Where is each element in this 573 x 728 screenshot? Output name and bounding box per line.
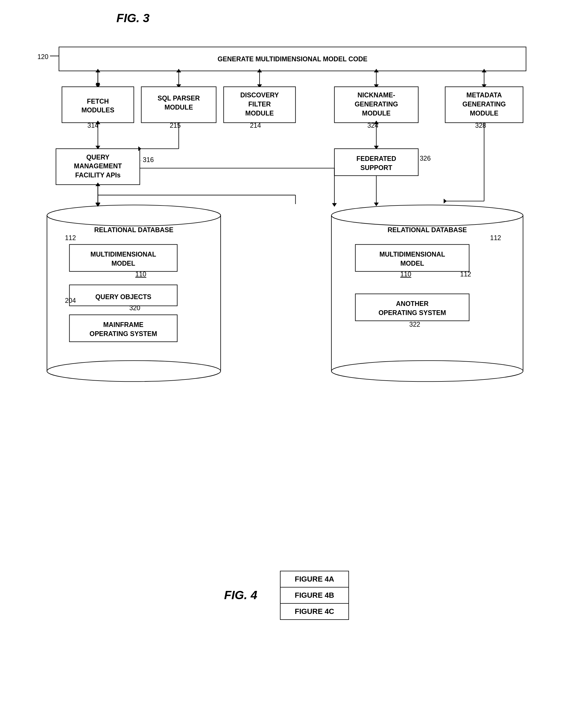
fig4-cell-b: FIGURE 4B: [280, 587, 349, 603]
right-reldb-label: RELATIONAL DATABASE: [387, 226, 467, 234]
right-mdm-label2: MODEL: [400, 260, 424, 267]
svg-point-43: [47, 361, 221, 382]
left-mdm-label2: MODEL: [111, 260, 135, 267]
svg-marker-40: [444, 199, 447, 204]
left-reldb-label: RELATIONAL DATABASE: [94, 226, 173, 234]
fig4-section: FIG. 4 FIGURE 4A FIGURE 4B FIGURE 4C: [224, 571, 349, 620]
svg-point-42: [47, 205, 221, 226]
fetch-modules-label: FETCH: [87, 98, 109, 105]
federated-support-label2: SUPPORT: [360, 164, 392, 171]
sql-parser-label2: MODULE: [164, 104, 193, 111]
fig4-title: FIG. 4: [224, 589, 257, 602]
metadata-gen-label2: GENERATING: [462, 101, 506, 108]
left-queryobj-label: QUERY OBJECTS: [95, 293, 151, 300]
sql-parser-label: SQL PARSER: [158, 95, 200, 102]
svg-marker-52: [332, 203, 337, 207]
ref-120: 120: [38, 53, 49, 60]
fetch-modules-label2: MODULES: [82, 106, 114, 114]
fig4-row-b: FIGURE 4B: [280, 587, 349, 603]
fig4-row-c: FIGURE 4C: [280, 603, 349, 620]
qmf-label: QUERY: [86, 154, 110, 161]
qmf-label2: MANAGEMENT: [74, 162, 122, 170]
fig4-row-a: FIGURE 4A: [280, 571, 349, 587]
left-mainframe-label: MAINFRAME: [103, 321, 143, 328]
discovery-filter-label2: FILTER: [248, 101, 271, 108]
ref-326: 326: [420, 155, 431, 162]
svg-point-45: [331, 205, 523, 226]
federated-support-label: FEDERATED: [356, 155, 396, 162]
qmf-label3: FACILITY APIs: [75, 171, 121, 179]
ref-214: 214: [250, 122, 261, 129]
nickname-gen-label3: MODULE: [362, 110, 390, 117]
right-322-ref: 322: [409, 321, 420, 328]
fig3-diagram: 120 GENERATE MULTIDIMENSIONAL MODEL CODE: [17, 34, 556, 542]
left-mainframe-label2: OPERATING SYSTEM: [90, 330, 157, 337]
right-anotheros-label2: OPERATING SYSTEM: [378, 309, 446, 317]
fig4-cell-a: FIGURE 4A: [280, 571, 349, 587]
ref-316-label: 316: [143, 156, 154, 164]
ref-215: 215: [170, 122, 181, 129]
left-mdm-label: MULTIDIMENSIONAL: [91, 250, 156, 258]
right-mdm-ref: 110: [400, 271, 411, 278]
metadata-gen-label: METADATA: [466, 92, 502, 99]
svg-marker-37: [374, 203, 379, 206]
discovery-filter-label: DISCOVERY: [240, 92, 279, 99]
left-queryobj-ref: 204: [65, 297, 76, 304]
left-reldb-ref: 112: [65, 234, 76, 241]
right-reldb-ref: 112: [490, 234, 501, 241]
nickname-gen-label: NICKNAME-: [358, 92, 395, 99]
right-anotheros-label: ANOTHER: [396, 300, 429, 307]
fig4-table: FIGURE 4A FIGURE 4B FIGURE 4C: [280, 571, 349, 620]
left-mdm-ref: 110: [136, 271, 147, 278]
discovery-filter-label3: MODULE: [245, 110, 274, 117]
ref-328: 328: [475, 122, 486, 129]
right-mdm-label: MULTIDIMENSIONAL: [379, 250, 445, 258]
fig4-cell-c: FIGURE 4C: [280, 603, 349, 620]
top-box-label: GENERATE MULTIDIMENSIONAL MODEL CODE: [217, 55, 367, 63]
nickname-gen-label2: GENERATING: [355, 101, 398, 108]
left-320-ref: 320: [129, 304, 140, 312]
right-112-ref: 112: [460, 271, 471, 278]
fig3-title: FIG. 3: [116, 11, 150, 25]
svg-point-46: [331, 361, 523, 382]
metadata-gen-label3: MODULE: [470, 110, 498, 117]
